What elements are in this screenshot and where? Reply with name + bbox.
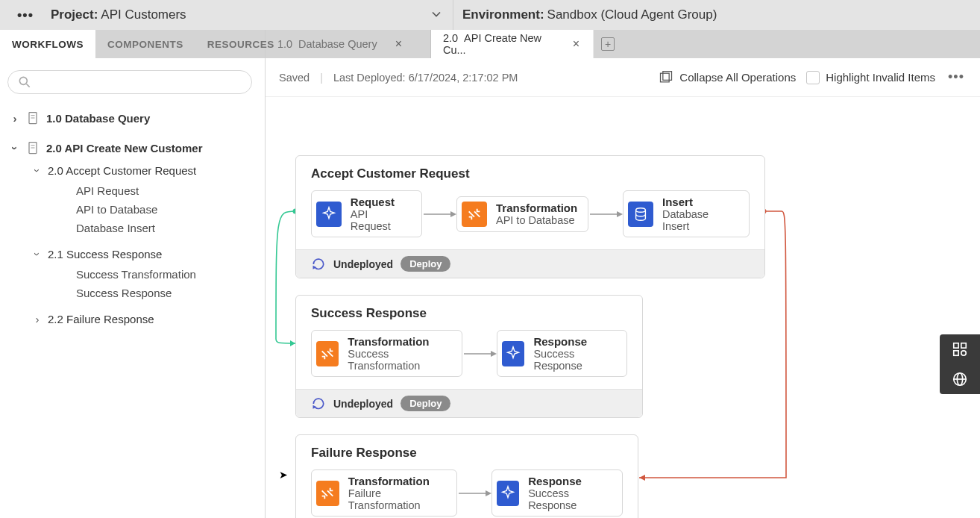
tree-step-success-transformation[interactable]: Success Transformation [72,265,259,284]
globe-button[interactable] [940,364,980,394]
svg-point-0 [19,77,27,84]
chevron-right-icon: › [33,313,42,325]
collapse-all-button[interactable]: Collapse All Operations [659,70,796,85]
search-icon [17,75,32,90]
checkbox-icon [806,71,820,84]
saved-status: Saved [279,72,310,84]
operation-failure-response[interactable]: Failure Response TransformationFailure T… [295,434,638,518]
environment-name: Sandbox (Cloud Agent Group) [547,7,717,22]
file-icon [25,140,40,155]
content-tab-api-create-new-customer[interactable]: 2.0 API Create New Cu... × [431,30,594,58]
deploy-status: Undeployed [333,398,393,410]
tree-step-api-to-database[interactable]: API to Database [72,200,259,219]
arrow-icon [462,349,497,359]
deploy-button[interactable]: Deploy [401,256,450,272]
tree-workflow-1[interactable]: › 1.0 Database Query [6,106,259,130]
svg-marker-21 [491,351,497,357]
transform-icon [316,481,339,506]
svg-marker-13 [639,475,645,481]
tree-label: 1.0 Database Query [46,112,150,125]
environment-label: Environment: [462,7,544,22]
operation-success-response[interactable]: Success Response TransformationSuccess T… [295,295,643,418]
step-request[interactable]: RequestAPI Request [311,190,422,237]
api-icon [316,202,342,227]
tree-op-label: 2.1 Success Response [48,248,162,260]
svg-marker-24 [486,490,491,496]
tree-op-label: 2.0 Accept Customer Request [48,164,196,177]
step-response[interactable]: ResponseSuccess Response [497,330,627,377]
api-icon [497,481,520,506]
tree-label: 2.0 API Create New Customer [46,142,203,155]
separator: | [320,72,323,84]
arrow-icon [422,209,456,219]
arrow-icon [588,209,623,219]
step-transformation[interactable]: TransformationAPI to Database [456,196,588,232]
deploy-button[interactable]: Deploy [401,396,450,411]
tree-op-label: 2.2 Failure Response [48,313,154,325]
transform-icon [462,202,487,227]
content-tab-database-query[interactable]: 1.0 Database Query × [266,30,431,58]
more-menu-icon[interactable]: ••• [946,69,967,85]
svg-rect-9 [663,71,672,80]
operation-title: Success Response [296,296,642,330]
tree-workflow-2[interactable]: › 2.0 API Create New Customer [6,136,259,160]
svg-marker-11 [290,340,295,346]
svg-point-29 [961,351,966,355]
tree-operation-failure-response[interactable]: › 2.2 Failure Response [28,308,259,330]
step-transformation[interactable]: TransformationFailure Transformation [311,469,457,517]
file-icon [25,110,40,125]
operation-accept-customer-request[interactable]: Accept Customer Request RequestAPI Reque… [295,155,765,278]
chevron-right-icon: › [10,112,19,125]
svg-rect-26 [954,343,958,348]
svg-line-1 [27,84,30,87]
database-icon [628,202,653,227]
step-transformation[interactable]: TransformationSuccess Transformation [311,330,462,377]
tab-components[interactable]: COMPONENTS [95,30,195,58]
last-deployed: Last Deployed: 6/17/2024, 2:17:02 PM [333,72,518,84]
svg-marker-15 [450,211,456,217]
tree-step-success-response[interactable]: Success Response [72,284,259,302]
search-input[interactable] [7,70,252,94]
svg-rect-8 [661,73,670,82]
collapse-icon [659,70,673,85]
api-icon [502,341,524,366]
close-icon[interactable]: × [392,37,405,51]
svg-point-18 [636,207,646,212]
highlight-invalid-toggle[interactable]: Highlight Invalid Items [806,71,935,84]
tab-workflows[interactable]: WORKFLOWS [0,30,95,58]
cycle-icon [311,257,326,272]
close-icon[interactable]: × [570,37,582,51]
svg-marker-17 [617,211,623,217]
svg-rect-28 [954,351,958,355]
project-dropdown-icon[interactable] [429,7,444,24]
operation-title: Accept Customer Request [296,156,764,190]
tree-operation-accept-customer[interactable]: › 2.0 Accept Customer Request [28,160,259,181]
deploy-status: Undeployed [333,258,393,270]
project-label: Project: [51,7,98,22]
cursor-icon: ➤ [279,469,288,481]
chevron-down-icon: › [31,250,44,259]
step-insert[interactable]: InsertDatabase Insert [623,190,750,237]
right-floating-toolbar [940,334,980,394]
tree-step-api-request[interactable]: API Request [72,181,259,200]
svg-rect-27 [961,343,966,348]
tree-operation-success-response[interactable]: › 2.1 Success Response [28,243,259,265]
step-response[interactable]: ResponseSuccess Response [491,469,624,517]
operation-title: Failure Response [296,435,638,469]
chevron-down-icon: › [9,143,22,152]
add-tab-button[interactable]: + [594,30,622,58]
app-menu-icon[interactable]: ••• [0,7,51,23]
palette-button[interactable] [940,334,980,364]
tree-step-database-insert[interactable]: Database Insert [72,219,259,237]
chevron-down-icon: › [31,166,44,175]
transform-icon [316,341,339,366]
cycle-icon [311,396,326,411]
arrow-icon [457,488,491,499]
project-name: API Customers [101,7,186,22]
